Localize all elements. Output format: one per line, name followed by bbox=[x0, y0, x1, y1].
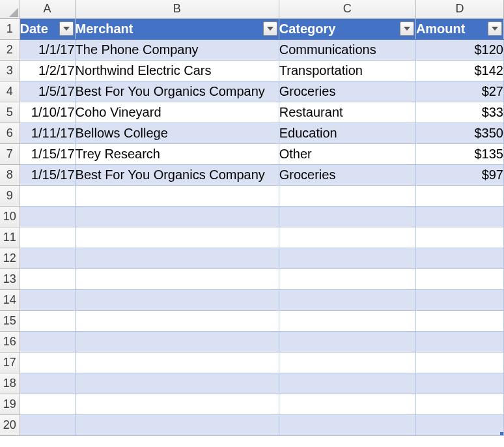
cell-B20[interactable] bbox=[75, 414, 279, 435]
row-header-9[interactable]: 9 bbox=[0, 185, 20, 206]
cell-D9[interactable] bbox=[415, 185, 503, 206]
cell-B10[interactable] bbox=[75, 206, 279, 227]
cell-A6[interactable]: 1/11/17 bbox=[20, 123, 75, 143]
cell-B11[interactable] bbox=[75, 227, 279, 248]
cell-A8[interactable]: 1/15/17 bbox=[20, 164, 75, 185]
cell-D5[interactable]: $33 bbox=[415, 102, 503, 123]
cell-C13[interactable] bbox=[279, 268, 415, 289]
row-header-8[interactable]: 8 bbox=[0, 164, 20, 185]
col-header-B[interactable]: B bbox=[75, 0, 279, 18]
cell-B14[interactable] bbox=[75, 289, 279, 310]
cell-C15[interactable] bbox=[279, 310, 415, 331]
row-header-16[interactable]: 16 bbox=[0, 331, 20, 352]
cell-A11[interactable] bbox=[20, 227, 75, 248]
cell-D12[interactable] bbox=[415, 248, 503, 268]
cell-D17[interactable] bbox=[415, 352, 503, 373]
col-header-A[interactable]: A bbox=[20, 0, 75, 18]
cell-B8[interactable]: Best For You Organics Company bbox=[75, 164, 279, 185]
cell-A13[interactable] bbox=[20, 268, 75, 289]
row-header-5[interactable]: 5 bbox=[0, 102, 20, 123]
cell-A18[interactable] bbox=[20, 373, 75, 394]
cell-D15[interactable] bbox=[415, 310, 503, 331]
cell-B16[interactable] bbox=[75, 331, 279, 352]
cell-B2[interactable]: The Phone Company bbox=[75, 39, 279, 60]
cell-D18[interactable] bbox=[415, 373, 503, 394]
cell-B15[interactable] bbox=[75, 310, 279, 331]
cell-B9[interactable] bbox=[75, 185, 279, 206]
row-header-19[interactable]: 19 bbox=[0, 394, 20, 414]
row-header-11[interactable]: 11 bbox=[0, 227, 20, 248]
cell-A16[interactable] bbox=[20, 331, 75, 352]
cell-A20[interactable] bbox=[20, 414, 75, 435]
cell-D20[interactable] bbox=[415, 414, 503, 435]
cell-C18[interactable] bbox=[279, 373, 415, 394]
col-header-D[interactable]: D bbox=[415, 0, 503, 18]
cell-C11[interactable] bbox=[279, 227, 415, 248]
cell-D8[interactable]: $97 bbox=[415, 164, 503, 185]
row-header-6[interactable]: 6 bbox=[0, 123, 20, 143]
cell-A14[interactable] bbox=[20, 289, 75, 310]
cell-C4[interactable]: Groceries bbox=[279, 81, 415, 102]
row-header-1[interactable]: 1 bbox=[0, 18, 20, 39]
cell-C9[interactable] bbox=[279, 185, 415, 206]
cell-D10[interactable] bbox=[415, 206, 503, 227]
cell-C16[interactable] bbox=[279, 331, 415, 352]
cell-C10[interactable] bbox=[279, 206, 415, 227]
cell-C7[interactable]: Other bbox=[279, 143, 415, 164]
header-amount[interactable]: Amount bbox=[415, 18, 503, 39]
cell-A4[interactable]: 1/5/17 bbox=[20, 81, 75, 102]
cell-D7[interactable]: $135 bbox=[415, 143, 503, 164]
row-header-4[interactable]: 4 bbox=[0, 81, 20, 102]
cell-B17[interactable] bbox=[75, 352, 279, 373]
cell-A2[interactable]: 1/1/17 bbox=[20, 39, 75, 60]
row-header-18[interactable]: 18 bbox=[0, 373, 20, 394]
cell-D16[interactable] bbox=[415, 331, 503, 352]
header-category[interactable]: Category bbox=[279, 18, 415, 39]
row-header-10[interactable]: 10 bbox=[0, 206, 20, 227]
cell-D13[interactable] bbox=[415, 268, 503, 289]
cell-A19[interactable] bbox=[20, 394, 75, 414]
cell-A17[interactable] bbox=[20, 352, 75, 373]
cell-C12[interactable] bbox=[279, 248, 415, 268]
header-merchant[interactable]: Merchant bbox=[75, 18, 279, 39]
cell-D3[interactable]: $142 bbox=[415, 60, 503, 81]
cell-A7[interactable]: 1/15/17 bbox=[20, 143, 75, 164]
row-header-14[interactable]: 14 bbox=[0, 289, 20, 310]
cell-B13[interactable] bbox=[75, 268, 279, 289]
row-header-17[interactable]: 17 bbox=[0, 352, 20, 373]
cell-B18[interactable] bbox=[75, 373, 279, 394]
cell-A9[interactable] bbox=[20, 185, 75, 206]
cell-A5[interactable]: 1/10/17 bbox=[20, 102, 75, 123]
filter-button-amount[interactable] bbox=[488, 22, 502, 36]
cell-A10[interactable] bbox=[20, 206, 75, 227]
cell-A12[interactable] bbox=[20, 248, 75, 268]
cell-B7[interactable]: Trey Research bbox=[75, 143, 279, 164]
cell-C6[interactable]: Education bbox=[279, 123, 415, 143]
cell-D14[interactable] bbox=[415, 289, 503, 310]
cell-A15[interactable] bbox=[20, 310, 75, 331]
cell-C8[interactable]: Groceries bbox=[279, 164, 415, 185]
cell-A3[interactable]: 1/2/17 bbox=[20, 60, 75, 81]
select-all-corner[interactable] bbox=[0, 0, 20, 18]
filter-button-merchant[interactable] bbox=[263, 22, 277, 36]
col-header-C[interactable]: C bbox=[279, 0, 415, 18]
header-date[interactable]: Date bbox=[20, 18, 75, 39]
row-header-2[interactable]: 2 bbox=[0, 39, 20, 60]
row-header-7[interactable]: 7 bbox=[0, 143, 20, 164]
row-header-12[interactable]: 12 bbox=[0, 248, 20, 268]
cell-C3[interactable]: Transportation bbox=[279, 60, 415, 81]
cell-D6[interactable]: $350 bbox=[415, 123, 503, 143]
row-header-15[interactable]: 15 bbox=[0, 310, 20, 331]
row-header-20[interactable]: 20 bbox=[0, 414, 20, 435]
cell-C17[interactable] bbox=[279, 352, 415, 373]
cell-C14[interactable] bbox=[279, 289, 415, 310]
cell-D19[interactable] bbox=[415, 394, 503, 414]
cell-D2[interactable]: $120 bbox=[415, 39, 503, 60]
cell-C19[interactable] bbox=[279, 394, 415, 414]
cell-B5[interactable]: Coho Vineyard bbox=[75, 102, 279, 123]
cell-D11[interactable] bbox=[415, 227, 503, 248]
table-resize-handle-icon[interactable] bbox=[500, 432, 504, 436]
cell-C5[interactable]: Restaurant bbox=[279, 102, 415, 123]
cell-B6[interactable]: Bellows College bbox=[75, 123, 279, 143]
cell-C2[interactable]: Communications bbox=[279, 39, 415, 60]
